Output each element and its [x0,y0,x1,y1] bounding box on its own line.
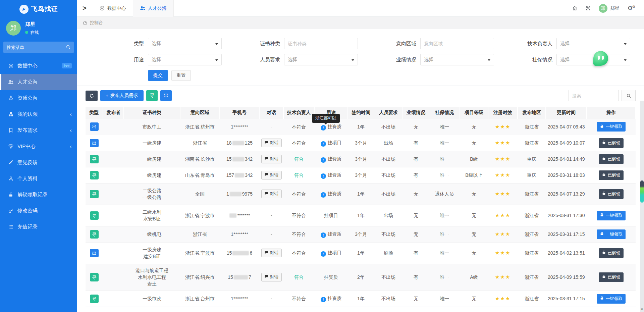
sidebar-item-label: 我的认领 [17,111,38,117]
topbar-user[interactable]: 郑 郑星 [599,4,620,13]
unlocked-button[interactable]: 已解锁 [599,138,624,148]
chat-button[interactable]: 对话 [261,155,282,163]
phone-text: 157 [226,172,234,178]
info-icon[interactable]: ! [321,141,326,147]
action-cell: 已解锁 [587,264,636,291]
social-security-cell: 唯一 [429,151,460,167]
sidebar-item-label: 个人资料 [17,175,38,182]
chat-widget[interactable] [593,51,608,66]
publisher-cell [103,151,124,167]
info-icon[interactable]: ! [321,157,326,163]
sidebar-item-qualification-pool[interactable]: 资质公海 [0,90,77,106]
chat-button[interactable]: 对话 [261,171,282,179]
publisher-cell [103,242,124,264]
info-icon[interactable]: ! [321,232,326,238]
info-icon[interactable]: ! [321,125,326,131]
table-row: 寻一级机电浙江省1********-不符合!挂资质3个月不出场无唯一无★★★浙江… [86,226,636,242]
info-icon[interactable]: ! [321,251,326,257]
chat-label: 对话 [270,140,279,146]
table-search-input[interactable] [569,90,619,101]
performance-cell: 无 [403,183,429,205]
table-search-button[interactable] [622,90,636,101]
performance-select[interactable]: 选择 [420,54,494,65]
phone-cell: ******* [220,205,259,226]
sign-time-cell: 2年 [348,264,374,291]
info-icon[interactable]: ! [321,297,326,302]
select-value: 选择 [152,57,161,63]
publish-region-cell: 浙江省 [518,135,546,151]
unlocked-button[interactable]: 已解锁 [599,272,624,282]
refresh-button[interactable] [86,91,98,101]
filter-label-tech-leader: 技术负责人 [494,41,556,47]
sidebar-item-vip-center[interactable]: VIP中心‹ [0,138,77,154]
rating-stars: ★★★ [495,274,511,280]
sidebar-item-my-claims[interactable]: 我的认领‹ [0,106,77,122]
settings-gears-icon[interactable]: ⚙⚙ [628,5,635,12]
use-cell: 挂项目 [314,205,348,226]
filter-seek-button[interactable]: 寻 [146,90,158,101]
claim-button[interactable]: 一键领取 [597,211,626,220]
claim-button[interactable]: 一键领取 [597,294,626,304]
select-value: 选择 [288,57,297,63]
use-label: 挂资质 [328,172,342,177]
claim-button[interactable]: 一键领取 [597,122,626,132]
sidebar-item-profile[interactable]: 个人资料 [0,170,77,187]
fullscreen-icon[interactable] [586,6,591,11]
scroll-down-arrow[interactable]: ▼ [640,308,644,311]
sidebar-item-feedback[interactable]: 意见反馈 [0,154,77,170]
home-icon[interactable] [572,5,578,11]
select-value: 选择 [424,57,433,63]
cert-cell: 一级房建 [124,167,180,183]
type-select[interactable]: 选择 [148,38,222,49]
no-chat-dash: - [271,231,272,237]
sidebar-item-talent-pool[interactable]: 人才公海 [0,74,77,90]
intent-region-input[interactable] [420,38,494,49]
submit-button[interactable]: 提交 [148,70,168,81]
unlocked-button[interactable]: 已解锁 [599,248,624,258]
tab-talent-pool[interactable]: 人才公海 [133,0,174,17]
unlocked-button[interactable]: 已解锁 [599,170,624,180]
chat-button[interactable]: 对话 [261,190,282,198]
sidebar-item-unlock-records[interactable]: 解锁领取记录 [0,187,77,203]
cert-line: 二级水利 [124,209,179,215]
social-security-cell: 唯一 [429,226,460,242]
breadcrumb-label: 控制台 [90,20,103,26]
chat-button[interactable]: 对话 [261,273,282,281]
tab-data-center[interactable]: 数据中心 [93,0,133,17]
info-icon[interactable]: ! [321,173,326,179]
filter-out-button[interactable]: 出 [160,90,172,101]
unlocked-button[interactable]: 已解锁 [599,154,624,164]
action-cell: 已解锁 [587,183,636,205]
user-status-label: 在线 [30,30,39,36]
chat-button[interactable]: 对话 [261,139,282,147]
sidebar-item-recharge-records[interactable]: 充值记录 [0,219,77,235]
unlock-icon [602,191,606,197]
unlocked-button[interactable]: 已解锁 [599,189,624,199]
sidebar-item-publish-demand[interactable]: 发布需求‹ [0,122,77,138]
cert-kind-input[interactable] [284,38,358,49]
publish-region-cell: 重庆 [518,167,546,183]
sidebar-item-change-password[interactable]: 修改密码 [0,203,77,219]
cert-cell: 市政中工 [124,119,180,135]
sidebar-item-label: 数据中心 [17,63,38,69]
search-icon[interactable] [66,45,71,51]
avatar[interactable]: 郑 [6,21,21,36]
reset-button[interactable]: 重置 [171,70,191,81]
personnel-req-select[interactable]: 选择 [284,54,358,65]
scrollbar[interactable]: ▼ [640,101,644,312]
scrollbar-thumb[interactable] [640,180,644,203]
type-cell: 寻 [86,151,103,167]
tech-leader-select[interactable]: 选择 [556,38,630,49]
publish-demand-button[interactable]: + 发布人员需求 [100,90,144,101]
column-header: 技术负责人 [283,107,314,119]
chat-button[interactable]: 对话 [261,249,282,257]
performance-cell: 无 [403,291,429,307]
claim-button[interactable]: 一键领取 [597,229,626,239]
sidebar-collapse-toggle[interactable]: > [77,4,93,12]
sidebar-item-data-center[interactable]: 数据中心hot [0,58,77,74]
sidebar-search-input[interactable] [3,42,74,53]
use-label: 挂资质 [324,274,338,280]
use-select[interactable]: 选择 [148,54,222,65]
info-icon[interactable]: ! [321,192,326,198]
use-cell: !挂资质 [314,151,348,167]
